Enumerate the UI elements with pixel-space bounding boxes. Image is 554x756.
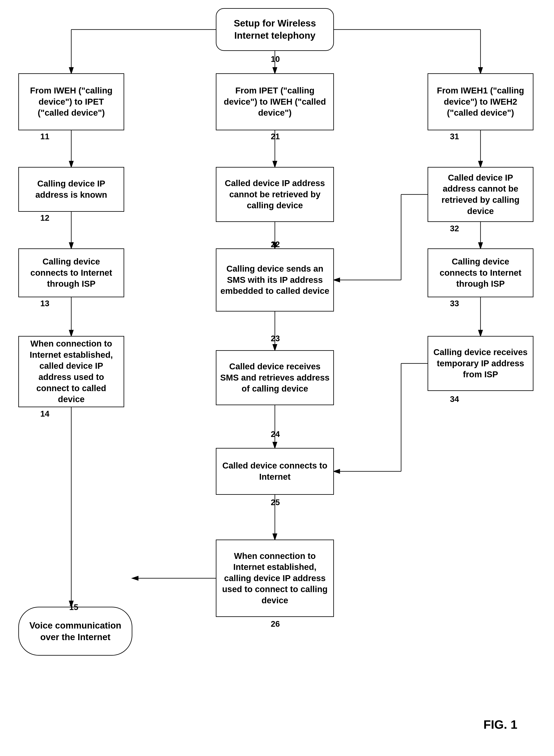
col2-box6: When connection to Internet established,…: [216, 540, 334, 617]
figure-label: FIG. 1: [483, 717, 517, 732]
step-25: 25: [271, 498, 280, 507]
step-10: 10: [271, 55, 280, 64]
col3-box3: Calling device connects to Internet thro…: [428, 249, 534, 297]
col2-box3: Calling device sends an SMS with its IP …: [216, 249, 334, 312]
step-31: 31: [450, 132, 459, 141]
step-33: 33: [450, 299, 459, 308]
flowchart-diagram: Setup for Wireless Internet telephony Fr…: [0, 0, 554, 756]
col2-box5: Called device connects to Internet: [216, 448, 334, 495]
step-23: 23: [271, 334, 280, 343]
step-22: 22: [271, 240, 280, 249]
step-12: 12: [40, 213, 50, 223]
step-11: 11: [40, 132, 50, 141]
step-24: 24: [271, 430, 280, 439]
step-21: 21: [271, 132, 280, 141]
col1-box3: Calling device connects to Internet thro…: [18, 249, 124, 297]
col3-box2: Called device IP address cannot be retri…: [428, 167, 534, 222]
step-34: 34: [450, 394, 459, 404]
col2-box4: Called device receives SMS and retrieves…: [216, 350, 334, 405]
end-box: Voice communication over the Internet: [18, 607, 132, 656]
col3-box1: From IWEH1 ("calling device") to IWEH2 (…: [428, 73, 534, 130]
step-15: 15: [69, 603, 78, 612]
step-32: 32: [450, 224, 459, 233]
step-14: 14: [40, 409, 50, 419]
col3-box4: Calling device receives temporary IP add…: [428, 336, 534, 391]
col2-box2: Called device IP address cannot be retri…: [216, 167, 334, 222]
step-26: 26: [271, 619, 280, 629]
step-13: 13: [40, 299, 50, 308]
col2-box1: From IPET ("calling device") to IWEH ("c…: [216, 73, 334, 130]
col1-box2: Calling device IP address is known: [18, 167, 124, 212]
col1-box4: When connection to Internet established,…: [18, 336, 124, 407]
col1-box1: From IWEH ("calling device") to IPET ("c…: [18, 73, 124, 130]
start-box: Setup for Wireless Internet telephony: [216, 8, 334, 51]
